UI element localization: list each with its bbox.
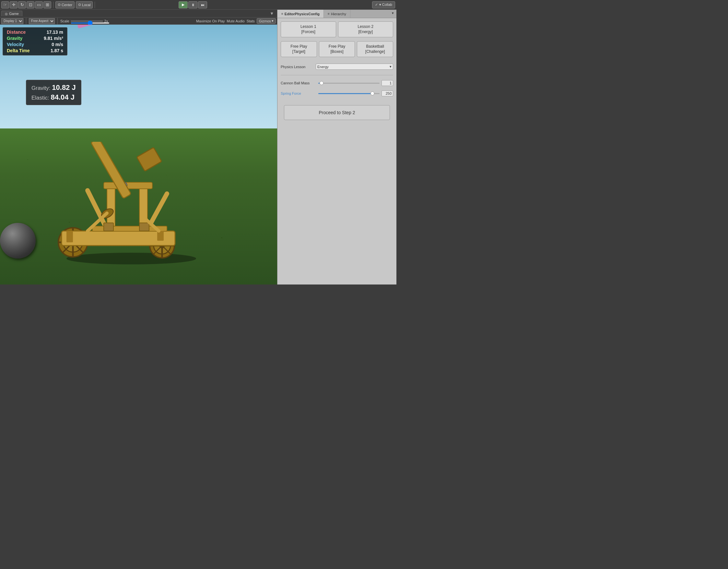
center-btn[interactable]: ⊙ Center — [55, 1, 75, 8]
panel-tabs: ≡ EditorPhysicsConfig ≡ Hierarchy ▾ — [277, 10, 396, 18]
gizmos-dropdown-icon: ▾ — [272, 19, 274, 23]
dropdown-arrow-icon: ▾ — [390, 65, 392, 69]
stats-btn[interactable]: Stats — [247, 19, 255, 23]
local-icon: ⊙ — [78, 3, 81, 7]
cannonball — [0, 223, 36, 258]
play-controls: ▶ ⏸ ⏭ — [179, 1, 207, 8]
panel-options-btn[interactable]: ▾ — [389, 10, 396, 18]
main-toolbar: ☞ ✛ ↻ ⊡ ▭ ⊞ ⊙ Center ⊙ Local ▶ ⏸ ⏭ ✓ ▾ C… — [0, 0, 396, 10]
scale-container: Scale 2x — [60, 19, 108, 23]
spring-force-slider-container — [318, 91, 380, 96]
lesson2-btn[interactable]: Lesson 2 [Energy] — [338, 21, 393, 37]
transform-tools: ☞ ✛ ↻ ⊡ ▭ ⊞ — [1, 1, 51, 8]
scale-slider-track — [71, 20, 103, 22]
game-tab-icon: ◎ — [5, 12, 8, 16]
divider-1 — [281, 75, 393, 75]
svg-rect-23 — [137, 147, 162, 171]
game-tab-bar: ◎ Game ▼ — [0, 10, 277, 18]
cannon-ball-mass-row: Cannon Ball Mass 1 — [281, 79, 393, 87]
hud-overlay: Distance 17.13 m Gravity 9.81 m/s² Veloc… — [3, 27, 67, 55]
cannon-ball-mass-thumb[interactable] — [320, 81, 323, 85]
gravity-energy-row: Gravity: 10.82 J — [31, 83, 76, 92]
proceed-btn[interactable]: Proceed to Step 2 — [284, 105, 390, 120]
svg-rect-26 — [66, 231, 73, 242]
catapult-svg — [42, 142, 220, 265]
rect-tool-btn[interactable]: ▭ — [35, 1, 43, 8]
cannon-ball-mass-slider-container — [318, 81, 380, 85]
svg-rect-29 — [139, 223, 149, 231]
spring-force-row: Spring Force 250 — [281, 89, 393, 97]
main-layout: ◎ Game ▼ Display 1 Free Aspect Scale 2x — [0, 10, 396, 284]
svg-rect-28 — [104, 223, 113, 231]
pause-btn[interactable]: ⏸ — [188, 1, 197, 8]
transform-tool-btn[interactable]: ⊞ — [43, 1, 51, 8]
game-toolbar: Display 1 Free Aspect Scale 2x Maximize … — [0, 18, 277, 25]
physics-lesson-dropdown[interactable]: Energy ▾ — [316, 64, 393, 70]
hand-tool-btn[interactable]: ☞ — [1, 1, 9, 8]
energy-overlay: Gravity: 10.82 J Elastic: 84.04 J — [26, 80, 81, 105]
display-select[interactable]: Display 1 — [1, 18, 23, 24]
physics-lesson-row: Physics Lesson Energy ▾ — [281, 62, 393, 71]
hud-distance-row: Distance 17.13 m — [7, 30, 63, 35]
game-tab[interactable]: ◎ Game — [1, 11, 22, 16]
move-tool-btn[interactable]: ✛ — [10, 1, 18, 8]
game-toolbar-right: Maximize On Play Mute Audio Stats Gizmos… — [196, 18, 276, 24]
collab-icon: ✓ — [375, 3, 378, 7]
local-btn[interactable]: ⊙ Local — [76, 1, 93, 8]
cannon-ball-mass-track — [318, 83, 380, 84]
elastic-energy-row: Elastic: 84.04 J — [31, 93, 76, 101]
lesson-grid-row2: Free Play [Target] Free Play [Boxes] Bas… — [281, 41, 393, 57]
tab-editor-physics-config[interactable]: ≡ EditorPhysicsConfig — [277, 10, 324, 18]
freeplay-target-btn[interactable]: Free Play [Target] — [281, 41, 317, 57]
toolbar-sep2 — [57, 18, 58, 24]
cannon-ball-mass-value[interactable]: 1 — [382, 80, 393, 86]
scale-tool-btn[interactable]: ⊡ — [27, 1, 34, 8]
separator-1 — [53, 2, 53, 8]
basketball-btn[interactable]: Basketball [Challenge] — [357, 41, 393, 57]
play-btn[interactable]: ▶ — [179, 1, 188, 8]
scale-slider[interactable] — [71, 22, 110, 24]
gizmos-btn[interactable]: Gizmos ▾ — [257, 18, 276, 24]
toolbar-sep1 — [26, 18, 26, 24]
collab-btn[interactable]: ✓ ▾ Collab — [372, 1, 395, 8]
separator-2 — [95, 2, 95, 8]
right-panel: ≡ EditorPhysicsConfig ≡ Hierarchy ▾ Less… — [277, 10, 396, 284]
hud-gravity-row: Gravity 9.81 m/s² — [7, 36, 63, 41]
config-tab-icon: ≡ — [281, 12, 283, 16]
maximize-btn[interactable]: Maximize On Play — [196, 19, 225, 23]
spring-force-fill — [318, 93, 370, 94]
aspect-select[interactable]: Free Aspect — [29, 18, 55, 24]
tab-hierarchy[interactable]: ≡ Hierarchy — [324, 10, 350, 18]
hierarchy-tab-icon: ≡ — [328, 12, 330, 16]
game-panel: ◎ Game ▼ Display 1 Free Aspect Scale 2x — [0, 10, 277, 284]
spring-force-thumb[interactable] — [370, 91, 374, 95]
game-viewport: Distance 17.13 m Gravity 9.81 m/s² Veloc… — [0, 25, 277, 284]
spring-force-value[interactable]: 250 — [382, 90, 393, 96]
hud-velocity-row: Velocity 0 m/s — [7, 42, 63, 47]
step-btn[interactable]: ⏭ — [198, 1, 207, 8]
config-content: Lesson 1 [Forces] Lesson 2 [Energy] Free… — [277, 18, 396, 123]
svg-point-0 — [66, 253, 196, 264]
spring-force-track — [318, 93, 380, 94]
center-icon: ⊙ — [58, 3, 61, 7]
freeplay-boxes-btn[interactable]: Free Play [Boxes] — [319, 41, 355, 57]
hud-delta-row: Delta Time 1.87 s — [7, 48, 63, 53]
panel-collapse-btn[interactable]: ▼ — [270, 11, 276, 16]
lesson-grid-row1: Lesson 1 [Forces] Lesson 2 [Energy] — [281, 21, 393, 37]
mute-btn[interactable]: Mute Audio — [227, 19, 245, 23]
rotate-tool-btn[interactable]: ↻ — [18, 1, 26, 8]
lesson1-btn[interactable]: Lesson 1 [Forces] — [281, 21, 336, 37]
